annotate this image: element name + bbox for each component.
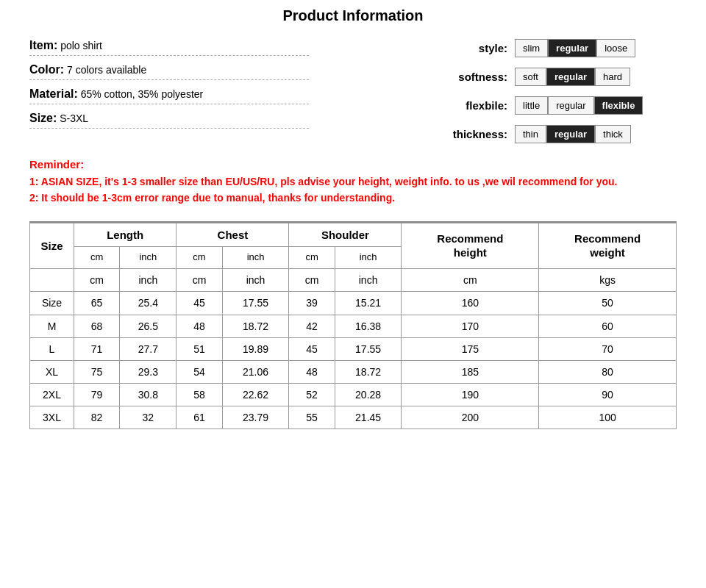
material-label: Material: (29, 87, 78, 100)
flexible-label: flexbile: (427, 99, 507, 112)
table-cell: M (30, 315, 74, 337)
style-loose-button[interactable]: loose (596, 39, 635, 57)
table-cell: 29.3 (120, 360, 176, 383)
reminder-line1: 1: ASIAN SIZE, it's 1-3 smaller size tha… (29, 173, 677, 190)
table-cell: 50 (539, 292, 677, 315)
size-label: Size: (29, 112, 57, 124)
table-cell: 20.28 (335, 384, 402, 406)
table-cell: 45 (176, 292, 222, 315)
softness-regular-button[interactable]: regular (546, 68, 595, 86)
material-value: 65% cotton, 35% polyester (81, 88, 204, 100)
chest-cm-header: cm (176, 247, 222, 269)
table-cell: 39 (289, 292, 335, 315)
table-cell: 79 (74, 384, 120, 406)
table-cell: 30.8 (120, 384, 176, 406)
length-inch-header: inch (120, 247, 176, 269)
reminder-line2: 2: It should be 1-3cm error range due to… (29, 190, 677, 206)
units-length-inch: inch (120, 269, 176, 292)
table-cell: 21.06 (222, 360, 289, 383)
table-cell: 48 (289, 360, 335, 383)
thickness-thick-button[interactable]: thick (595, 125, 631, 143)
flexible-options: little regular flexible (515, 96, 643, 115)
style-slim-button[interactable]: slim (515, 39, 548, 57)
table-cell: 18.72 (222, 315, 289, 337)
softness-label: softness: (427, 71, 507, 83)
item-info: Item: polo shirt (29, 39, 412, 52)
table-cell: 27.7 (120, 337, 176, 360)
table-cell: 170 (402, 315, 539, 337)
table-row: XL7529.35421.064818.7218580 (30, 360, 677, 383)
divider-3 (29, 104, 309, 104)
table-cell: 45 (289, 337, 335, 360)
softness-options: soft regular hard (515, 68, 630, 86)
table-cell: 100 (539, 406, 677, 429)
table-cell: 3XL (30, 406, 74, 429)
size-table-wrapper: Size Length Chest Shoulder Recommendheig… (29, 221, 677, 430)
color-value: 7 colors available (67, 64, 146, 76)
table-cell: 90 (539, 384, 677, 406)
units-shoulder-cm: cm (289, 269, 335, 292)
chest-inch-header: inch (222, 247, 289, 269)
size-info: Size: S-3XL (29, 112, 412, 125)
color-info: Color: 7 colors available (29, 63, 412, 76)
table-cell: 19.89 (222, 337, 289, 360)
thickness-attribute: thickness: thin regular thick (427, 125, 677, 143)
info-section: Item: polo shirt Color: 7 colors availab… (29, 39, 677, 154)
table-units-row: cm inch cm inch cm inch cm kgs (30, 269, 677, 292)
col-rec-height-header: Recommendheight (402, 223, 539, 268)
table-row: 2XL7930.85822.625220.2819090 (30, 384, 677, 406)
length-cm-header: cm (74, 247, 120, 269)
flexible-regular-button[interactable]: regular (548, 96, 593, 115)
units-shoulder-inch: inch (335, 269, 402, 292)
softness-attribute: softness: soft regular hard (427, 68, 677, 86)
units-weight-kgs: kgs (539, 269, 677, 292)
table-cell: 51 (176, 337, 222, 360)
units-chest-cm: cm (176, 269, 222, 292)
table-cell: Size (30, 292, 74, 315)
table-cell: 175 (402, 337, 539, 360)
table-header-row1: Size Length Chest Shoulder Recommendheig… (30, 223, 677, 247)
table-cell: 26.5 (120, 315, 176, 337)
thickness-regular-button[interactable]: regular (546, 125, 595, 143)
reminder-title: Reminder: (29, 158, 677, 171)
style-options: slim regular loose (515, 39, 635, 57)
color-label: Color: (29, 63, 64, 76)
softness-hard-button[interactable]: hard (595, 68, 630, 86)
table-cell: 15.21 (335, 292, 402, 315)
table-cell: 23.79 (222, 406, 289, 429)
softness-soft-button[interactable]: soft (515, 68, 546, 86)
col-size-header: Size (30, 223, 74, 268)
col-rec-weight-header: Recommendweight (539, 223, 677, 268)
flexible-attribute: flexbile: little regular flexible (427, 96, 677, 115)
left-column: Item: polo shirt Color: 7 colors availab… (29, 39, 412, 136)
flexible-flexible-button[interactable]: flexible (594, 96, 643, 115)
table-cell: 185 (402, 360, 539, 383)
table-row: L7127.75119.894517.5517570 (30, 337, 677, 360)
table-row: Size6525.44517.553915.2116050 (30, 292, 677, 315)
size-value: S-3XL (60, 112, 88, 124)
table-cell: 55 (289, 406, 335, 429)
table-cell: 68 (74, 315, 120, 337)
shoulder-cm-header: cm (289, 247, 335, 269)
thickness-thin-button[interactable]: thin (515, 125, 546, 143)
table-cell: 61 (176, 406, 222, 429)
units-size (30, 269, 74, 292)
style-regular-button[interactable]: regular (548, 39, 596, 57)
table-body: Size6525.44517.553915.2116050M6826.54818… (30, 292, 677, 429)
table-cell: 70 (539, 337, 677, 360)
table-cell: 25.4 (120, 292, 176, 315)
table-cell: 21.45 (335, 406, 402, 429)
table-cell: 32 (120, 406, 176, 429)
table-cell: 60 (539, 315, 677, 337)
units-height-cm: cm (402, 269, 539, 292)
table-cell: 75 (74, 360, 120, 383)
style-attribute: style: slim regular loose (427, 39, 677, 57)
table-row: 3XL82326123.795521.45200100 (30, 406, 677, 429)
table-cell: 2XL (30, 384, 74, 406)
table-cell: 190 (402, 384, 539, 406)
table-cell: 16.38 (335, 315, 402, 337)
flexible-little-button[interactable]: little (515, 96, 548, 115)
table-cell: 18.72 (335, 360, 402, 383)
size-table: Size Length Chest Shoulder Recommendheig… (29, 223, 677, 430)
table-cell: 42 (289, 315, 335, 337)
